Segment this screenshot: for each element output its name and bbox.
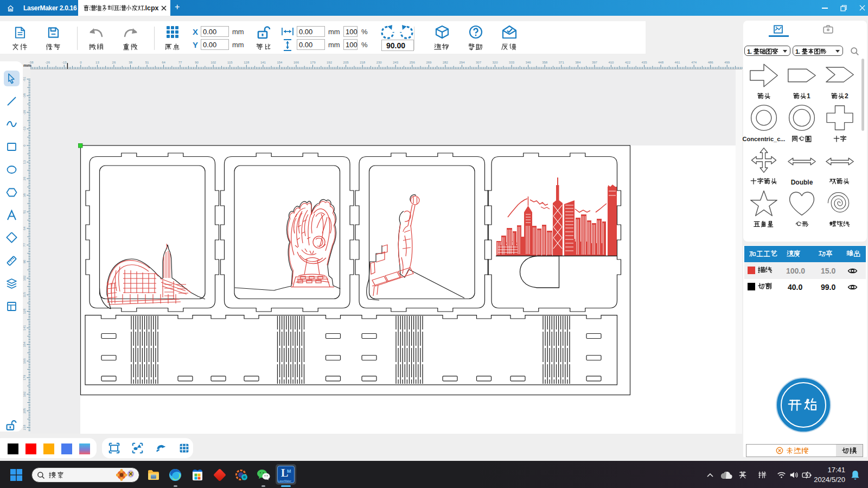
svg-text:282: 282: [443, 61, 449, 64]
svg-text:102: 102: [210, 61, 216, 64]
svg-text:205: 205: [343, 61, 349, 64]
svg-text:64: 64: [162, 61, 165, 64]
svg-text:-13: -13: [62, 61, 67, 64]
svg-text:448: 448: [658, 61, 664, 64]
svg-text:294: 294: [459, 61, 465, 64]
svg-text:141: 141: [23, 325, 26, 331]
svg-text:230: 230: [376, 61, 382, 64]
svg-text:192: 192: [327, 61, 333, 64]
svg-text:269: 269: [426, 61, 432, 64]
svg-text:-51: -51: [23, 77, 26, 81]
svg-text:38: 38: [23, 193, 26, 197]
svg-text:243: 243: [393, 61, 399, 64]
svg-text:474: 474: [691, 61, 697, 64]
svg-text:154: 154: [277, 61, 283, 64]
svg-text:218: 218: [23, 424, 26, 430]
svg-text:-13: -13: [23, 126, 26, 131]
svg-text:13: 13: [95, 61, 99, 64]
svg-text:333: 333: [509, 61, 515, 64]
svg-text:499: 499: [724, 61, 730, 64]
svg-text:358: 358: [542, 61, 548, 64]
svg-text:77: 77: [23, 243, 26, 246]
svg-text:2: 2: [845, 92, 848, 100]
svg-text:218: 218: [360, 61, 366, 64]
svg-text:346: 346: [526, 61, 532, 64]
svg-text:1: 1: [807, 92, 810, 100]
svg-text:384: 384: [575, 61, 581, 64]
svg-text:-26: -26: [45, 61, 50, 64]
svg-text:102: 102: [23, 275, 26, 281]
svg-text:128: 128: [23, 308, 26, 314]
svg-text:90: 90: [23, 259, 26, 263]
svg-text:26: 26: [112, 61, 116, 64]
svg-text:90: 90: [195, 61, 199, 64]
svg-text:422: 422: [625, 61, 631, 64]
svg-text:13: 13: [23, 160, 26, 164]
svg-text:166: 166: [23, 358, 26, 364]
svg-text:.: .: [799, 48, 800, 54]
svg-text:26: 26: [23, 176, 26, 180]
svg-text:320: 320: [492, 61, 498, 64]
svg-text:51: 51: [145, 61, 149, 64]
svg-text:307: 307: [476, 61, 482, 64]
svg-text:435: 435: [641, 61, 647, 64]
svg-text:64: 64: [23, 226, 26, 230]
svg-text:205: 205: [23, 408, 26, 414]
svg-text:192: 192: [23, 391, 26, 397]
svg-text:256: 256: [410, 61, 416, 64]
svg-text:51: 51: [23, 210, 26, 213]
svg-text:38: 38: [129, 61, 132, 64]
svg-text:410: 410: [608, 61, 614, 64]
svg-text:179: 179: [310, 61, 316, 64]
svg-text:-38: -38: [23, 93, 26, 98]
svg-text:mm: mm: [23, 63, 31, 68]
svg-text:0: 0: [23, 144, 26, 147]
svg-text:166: 166: [293, 61, 299, 64]
svg-text:115: 115: [23, 292, 26, 297]
svg-text:115: 115: [227, 61, 233, 64]
svg-text:77: 77: [178, 61, 182, 64]
svg-text:371: 371: [559, 61, 565, 64]
svg-text:141: 141: [260, 61, 266, 64]
svg-text:128: 128: [244, 61, 250, 64]
svg-text:179: 179: [23, 375, 26, 381]
svg-text:154: 154: [23, 341, 26, 347]
svg-text:397: 397: [592, 61, 598, 64]
svg-text:.: .: [750, 48, 752, 54]
svg-text:486: 486: [708, 61, 714, 64]
svg-text:0: 0: [80, 61, 82, 64]
svg-text:-26: -26: [23, 110, 26, 115]
svg-text:461: 461: [675, 61, 681, 64]
